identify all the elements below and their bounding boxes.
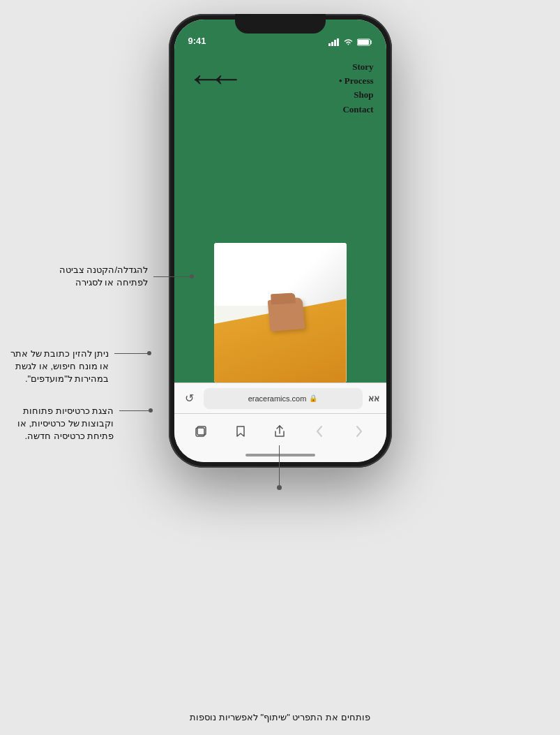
product-image-area	[174, 123, 386, 383]
clay-object	[268, 299, 307, 334]
phone-frame: 9:41	[169, 14, 392, 468]
share-button[interactable]	[267, 419, 292, 444]
signal-icon	[328, 38, 340, 46]
share-annotation-dot	[277, 485, 282, 490]
bookmarks-icon	[234, 425, 247, 438]
url-text: eraceramics.com	[248, 394, 307, 403]
tabs-annotation-text: הצגת כרטיסיות פתוחותוקבוצות של כרטיסיות,…	[17, 405, 114, 443]
product-image-container	[214, 243, 347, 383]
url-annotation-text: ניתן להזין כתובת של אתראו מונח חיפוש, או…	[10, 348, 109, 386]
browser-bar: ↺ eraceramics.com 🔒 אא	[174, 383, 386, 413]
nav-process[interactable]: Process	[339, 75, 373, 87]
home-indicator	[174, 448, 386, 462]
url-annotation: ניתן להזין כתובת של אתראו מונח חיפוש, או…	[10, 348, 149, 386]
logo-area: ← ←	[187, 61, 243, 96]
zoom-annotation-text: להגדלה/הקטנה צביטה לפתיחה או לסגירה	[29, 264, 148, 289]
bookmarks-button[interactable]	[228, 419, 253, 444]
aa-button[interactable]: אא	[368, 394, 379, 403]
home-bar	[245, 454, 315, 456]
tabs-annotation: הצגת כרטיסיות פתוחותוקבוצות של כרטיסיות,…	[17, 405, 151, 443]
page-container: 9:41	[0, 0, 560, 735]
forward-icon	[356, 425, 363, 438]
lock-icon: 🔒	[309, 394, 317, 402]
nav-menu: Story Process Shop Contact	[339, 61, 373, 116]
forward-button[interactable]	[347, 419, 372, 444]
website-content[interactable]: ← ← Story Process Shop Contact	[174, 50, 386, 383]
tabs-button[interactable]	[188, 419, 213, 444]
url-bar[interactable]: eraceramics.com 🔒	[204, 388, 363, 409]
product-image-bg	[214, 243, 347, 383]
bottom-annotation-text: פותחים את התפריט "שיתוף" לאפשריות נוספות	[0, 712, 560, 722]
refresh-icon[interactable]: ↺	[181, 392, 198, 405]
back-icon	[316, 425, 323, 438]
tabs-icon	[195, 425, 207, 438]
notch	[235, 14, 326, 34]
nav-story[interactable]: Story	[352, 61, 373, 73]
wifi-icon	[343, 38, 354, 46]
battery-icon	[357, 38, 372, 46]
svg-text:←: ←	[208, 61, 243, 96]
status-time: 9:41	[188, 36, 206, 46]
nav-contact[interactable]: Contact	[342, 103, 373, 116]
svg-rect-5	[358, 40, 369, 45]
nav-area: ← ← Story Process Shop Contact	[174, 50, 386, 123]
svg-rect-1	[331, 42, 333, 46]
back-button[interactable]	[307, 419, 332, 444]
svg-rect-3	[337, 38, 339, 46]
bottom-toolbar	[174, 413, 386, 448]
share-icon	[273, 425, 286, 438]
screen: 9:41	[174, 20, 386, 462]
zoom-annotation: להגדלה/הקטנה צביטה לפתיחה או לסגירה	[29, 264, 192, 289]
clay-shape	[267, 297, 305, 332]
status-icons	[328, 38, 372, 46]
svg-rect-0	[328, 43, 331, 46]
logo-icon: ← ←	[187, 61, 243, 96]
svg-rect-2	[334, 40, 336, 46]
bottom-annotation: פותחים את התפריט "שיתוף" לאפשריות נוספות	[0, 712, 560, 722]
nav-shop[interactable]: Shop	[354, 89, 373, 101]
